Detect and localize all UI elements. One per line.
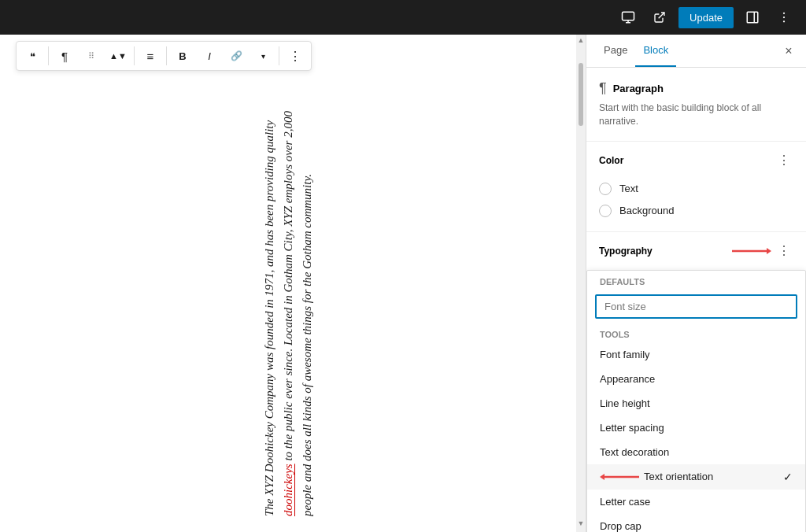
svg-rect-4 (747, 12, 758, 23)
text-orientation-arrow-left (600, 471, 639, 483)
text-orientation-check: ✓ (783, 471, 793, 483)
drag-handle[interactable]: ⠿ (79, 43, 104, 68)
svg-line-3 (659, 13, 664, 18)
tools-label: TOOLS (587, 323, 805, 342)
color-section-header: Color ⋮ (599, 151, 793, 170)
svg-point-7 (783, 17, 785, 18)
paragraph-description: Start with the basic building block of a… (599, 102, 793, 128)
typography-title: Typography (599, 246, 653, 257)
color-section: Color ⋮ Text Background (586, 142, 806, 232)
svg-marker-10 (767, 248, 771, 254)
svg-rect-0 (623, 12, 634, 20)
paragraph-header: ¶ Paragraph (599, 80, 793, 97)
close-sidebar-button[interactable]: × (778, 40, 800, 62)
tab-page[interactable]: Page (596, 35, 635, 67)
paragraph-title: Paragraph (613, 83, 664, 94)
separator-3 (166, 46, 167, 65)
bold-button[interactable]: B (170, 43, 195, 68)
move-up-down-button[interactable]: ▲▼ (105, 43, 131, 68)
more-button[interactable]: ⋮ (283, 43, 308, 68)
svg-marker-11 (600, 474, 604, 480)
block-toolbar: ❝ ¶ ⠿ ▲▼ ≡ B I 🔗 ▾ ⋮ (16, 41, 312, 71)
italic-button[interactable]: I (197, 43, 222, 68)
separator-4 (279, 46, 279, 65)
letter-case-item[interactable]: Letter case (587, 490, 805, 514)
main-area: ❝ ¶ ⠿ ▲▼ ≡ B I 🔗 ▾ ⋮ The XYZ Doohickey C… (0, 35, 806, 532)
sidebar-toggle-icon[interactable] (740, 5, 765, 30)
drop-cap-item[interactable]: Drop cap (587, 514, 805, 532)
paragraph-icon: ¶ (599, 80, 607, 97)
paragraph-section: ¶ Paragraph Start with the basic buildin… (586, 68, 806, 142)
font-size-row (587, 290, 805, 323)
typography-arrow-right (732, 245, 771, 257)
tab-block[interactable]: Block (635, 35, 676, 67)
letter-spacing-item[interactable]: Letter spacing (587, 416, 805, 440)
editor-area: ❝ ¶ ⠿ ▲▼ ≡ B I 🔗 ▾ ⋮ The XYZ Doohickey C… (0, 35, 576, 532)
color-background-radio[interactable] (599, 205, 612, 217)
chevron-down-button[interactable]: ▾ (250, 43, 275, 68)
link-doohickeys[interactable]: doohickeys (282, 464, 294, 516)
color-menu-icon[interactable]: ⋮ (775, 151, 793, 170)
paragraph-block[interactable]: The XYZ Doohickey Company was founded in… (260, 82, 316, 516)
link-button[interactable]: 🔗 (224, 43, 249, 68)
sidebar: Page Block × ¶ Paragraph Start with the … (586, 35, 806, 532)
external-link-icon[interactable] (647, 5, 672, 30)
svg-point-6 (783, 13, 785, 14)
color-text-label: Text (619, 183, 638, 194)
typography-header: Typography ⋮ (586, 232, 806, 270)
appearance-item[interactable]: Appearance (587, 367, 805, 391)
typography-dropdown: DEFAULTS TOOLS Font family Appearance Li… (586, 270, 806, 532)
text-decoration-item[interactable]: Text decoration (587, 440, 805, 464)
defaults-label: DEFAULTS (587, 271, 805, 290)
font-size-input[interactable] (595, 294, 797, 319)
sidebar-tabs: Page Block × (586, 35, 806, 68)
text-orientation-item[interactable]: Text orientation ✓ (587, 464, 805, 490)
editor-content[interactable]: The XYZ Doohickey Company was founded in… (0, 35, 576, 532)
list-button[interactable]: ≡ (138, 43, 163, 68)
font-family-item[interactable]: Font family (587, 342, 805, 367)
color-text-option[interactable]: Text (599, 178, 793, 200)
top-bar: Update (0, 0, 806, 35)
monitor-icon[interactable] (616, 5, 641, 30)
typography-menu-icon[interactable]: ⋮ (775, 242, 793, 260)
scroll-thumb[interactable] (579, 63, 583, 126)
update-button[interactable]: Update (678, 7, 734, 28)
svg-point-8 (783, 20, 785, 22)
scroll-track[interactable]: ▲ ▼ (576, 35, 586, 532)
color-title: Color (599, 155, 623, 166)
typography-section: Typography ⋮ DEFAULTS TOOLS (586, 232, 806, 532)
separator-1 (48, 46, 49, 65)
color-background-label: Background (619, 205, 674, 216)
paragraph-button[interactable]: ¶ (52, 43, 77, 68)
color-background-option[interactable]: Background (599, 200, 793, 222)
more-options-icon[interactable] (771, 5, 797, 30)
color-text-radio[interactable] (599, 183, 612, 195)
separator-2 (134, 46, 135, 65)
line-height-item[interactable]: Line height (587, 391, 805, 416)
quote-button[interactable]: ❝ (20, 43, 45, 68)
